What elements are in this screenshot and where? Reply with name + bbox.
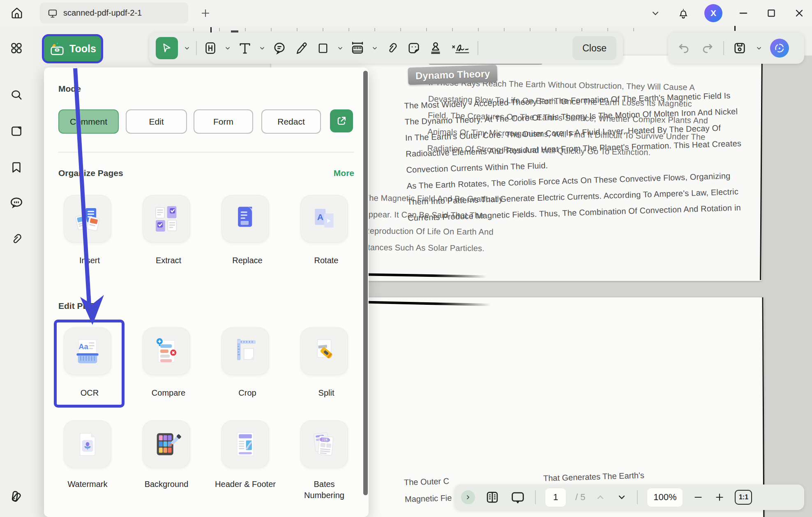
doc-text-fragment: Magnetic Fie (405, 493, 452, 504)
page2-paragraph: The Most Widely - Accepted Theory For Th… (404, 87, 744, 226)
new-tab-button[interactable] (198, 6, 213, 21)
highlight-tool-button[interactable] (202, 40, 219, 56)
next-page-button[interactable] (616, 489, 628, 505)
mode-comment-button[interactable]: Comment (58, 109, 119, 134)
presentation-button[interactable] (510, 489, 526, 505)
ai-assistant-button[interactable] (770, 39, 789, 58)
mode-edit-button[interactable]: Edit (126, 109, 187, 134)
ocr-icon: Aa (71, 335, 104, 368)
toolbar-separator (723, 41, 724, 55)
save-button[interactable] (731, 40, 748, 56)
toolbar-separator (637, 490, 638, 504)
minimize-button[interactable] (736, 6, 750, 20)
search-icon (9, 88, 23, 102)
toolbar-separator (535, 490, 536, 504)
open-mode-external-button[interactable] (330, 109, 353, 132)
note-tool-button[interactable] (271, 40, 288, 56)
select-tool-button[interactable] (156, 37, 178, 59)
avatar-initial: X (710, 8, 716, 18)
redo-button[interactable] (699, 40, 716, 56)
maximize-icon (766, 8, 777, 19)
zoom-out-button[interactable] (692, 489, 704, 505)
tabs-dropdown-button[interactable] (648, 6, 662, 20)
sidebar-item-thumbnails[interactable] (7, 122, 25, 140)
tile-watermark[interactable] (64, 420, 111, 468)
slideshow-icon (510, 489, 526, 505)
tile-split[interactable] (300, 327, 348, 375)
sidebar-item-appearance[interactable] (7, 487, 25, 505)
attach-tool-button[interactable] (384, 40, 400, 56)
tile-compare[interactable] (143, 327, 190, 375)
signature-icon (450, 41, 471, 56)
measure-tool-button[interactable] (349, 40, 366, 56)
save-dropdown[interactable] (755, 40, 763, 56)
tile-label-insert: Insert (55, 255, 125, 266)
comment-bubble-icon (9, 195, 24, 210)
organize-more-link[interactable]: More (334, 168, 354, 178)
close-toolbar-button[interactable]: Close (572, 36, 616, 60)
tile-extract[interactable] (143, 195, 190, 243)
page-number-input[interactable]: 1 (545, 488, 566, 507)
close-window-button[interactable] (792, 6, 806, 20)
home-button[interactable] (7, 4, 26, 23)
app-window: If These Rays Reach The Earth Without Ob… (0, 0, 812, 517)
notifications-button[interactable] (676, 6, 690, 20)
tools-button[interactable]: Tools (42, 34, 103, 63)
signature-tool-button[interactable] (449, 40, 472, 56)
tile-ocr[interactable]: Aa (64, 327, 111, 375)
highlight-tool-dropdown[interactable] (224, 40, 231, 56)
tile-bates-numbering[interactable]: 000123 (300, 420, 348, 468)
save-icon (732, 41, 747, 56)
external-link-icon (335, 115, 348, 127)
select-tool-dropdown[interactable] (183, 40, 191, 56)
document-tab[interactable]: scanned-pdf-updf-2-1 (40, 2, 188, 23)
sidebar-item-attachments[interactable] (7, 230, 25, 248)
sidebar-item-comments[interactable] (7, 194, 25, 212)
plus-icon (200, 7, 211, 19)
minus-icon (693, 492, 704, 503)
stamp-icon (428, 41, 443, 56)
svg-text:A: A (317, 212, 323, 222)
tile-background[interactable] (143, 420, 190, 468)
pen-tool-button[interactable] (293, 40, 309, 56)
sticker-icon (406, 41, 421, 56)
tools-panel: Mode Comment Edit Form Redact Organize P… (44, 67, 369, 517)
titlebar: scanned-pdf-updf-2-1 X (0, 0, 812, 26)
tile-insert[interactable] (64, 195, 111, 243)
shape-tool-dropdown[interactable] (337, 40, 344, 56)
stamp-tool-button[interactable] (427, 40, 444, 56)
user-avatar[interactable]: X (704, 4, 722, 22)
tile-label-rotate: Rotate (291, 255, 361, 266)
shape-tool-button[interactable] (315, 40, 331, 56)
sidebar-item-launcher[interactable] (7, 39, 25, 57)
page-layout-button[interactable] (484, 489, 501, 505)
maximize-button[interactable] (764, 6, 778, 20)
mode-redact-button[interactable]: Redact (261, 109, 321, 134)
mode-form-button[interactable]: Form (194, 109, 253, 134)
measure-tool-dropdown[interactable] (371, 40, 378, 56)
panel-scrollbar[interactable] (363, 71, 368, 495)
tile-label-background: Background (134, 479, 199, 490)
expand-sidebar-button[interactable] (461, 490, 475, 504)
text-tool-button[interactable] (237, 40, 253, 56)
previous-page-button[interactable] (594, 489, 607, 505)
tile-replace[interactable] (221, 195, 269, 243)
undo-button[interactable] (676, 40, 692, 56)
organize-section-title: Organize Pages (58, 168, 123, 178)
ai-assistant-icon (773, 42, 786, 55)
zoom-in-button[interactable] (713, 489, 726, 505)
insert-pages-icon (72, 203, 104, 235)
tile-header-footer[interactable] (221, 420, 269, 468)
sticker-tool-button[interactable] (406, 40, 422, 56)
paperclip-icon (385, 41, 399, 55)
tile-rotate[interactable]: A (300, 195, 348, 243)
sidebar-item-search[interactable] (7, 86, 25, 104)
tile-crop[interactable] (221, 327, 269, 375)
edit-section-title: Edit PDF (58, 301, 95, 311)
actual-size-button[interactable]: 1:1 (735, 490, 752, 505)
doc-text-fragment: The Outer C (404, 476, 450, 487)
crop-icon (229, 335, 262, 368)
zoom-level-input[interactable]: 100% (647, 488, 683, 507)
text-tool-dropdown[interactable] (258, 40, 266, 56)
sidebar-item-bookmarks[interactable] (7, 158, 25, 176)
